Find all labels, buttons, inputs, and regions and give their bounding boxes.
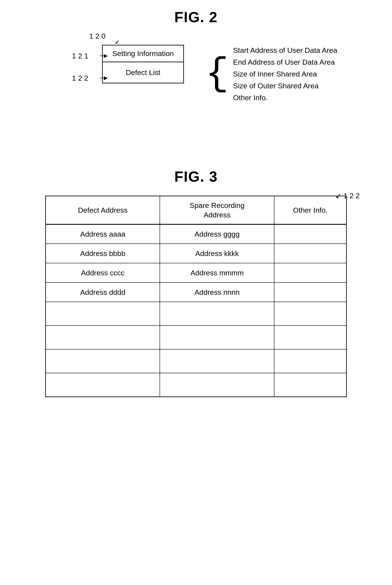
brace-item-2: End Address of User Data Area xyxy=(233,57,337,68)
fig2-section: FIG. 2 1 2 0 ↙ 1 2 1 ─▶ 1 2 2 ─▶ Setting… xyxy=(0,9,392,103)
arrow-121: ─▶ xyxy=(100,52,108,60)
header-other-info: Other Info. xyxy=(274,196,346,225)
arrow-120-symbol: ↙ xyxy=(115,37,119,46)
other-7 xyxy=(274,349,346,373)
spare-address-1: Address gggg xyxy=(160,224,274,244)
table-row xyxy=(46,373,346,397)
table-row xyxy=(46,349,346,373)
table-row: Address cccc Address mmmm xyxy=(46,263,346,282)
brace-section: { Start Address of User Data Area End Ad… xyxy=(206,45,337,103)
brace-items: Start Address of User Data Area End Addr… xyxy=(233,45,337,103)
label-121: 1 2 1 xyxy=(72,52,88,60)
fig3-title: FIG. 3 xyxy=(0,168,392,185)
fig3-content: ↙ 1 2 2 Defect Address Spare Recording A… xyxy=(45,196,347,397)
fig2-diagram: 1 2 0 ↙ 1 2 1 ─▶ 1 2 2 ─▶ Setting Inform… xyxy=(72,38,192,83)
defect-address-4: Address dddd xyxy=(46,282,160,302)
spare-address-8 xyxy=(160,373,274,397)
fig2-title: FIG. 2 xyxy=(0,9,392,26)
table-row: Address bbbb Address kkkk xyxy=(46,244,346,263)
table-row: Address dddd Address nnnn xyxy=(46,282,346,302)
header-spare-recording: Spare Recording Address xyxy=(160,196,274,225)
spare-address-7 xyxy=(160,349,274,373)
header-defect-address: Defect Address xyxy=(46,196,160,225)
arrow-122: ─▶ xyxy=(100,74,108,82)
table-body: Address aaaa Address gggg Address bbbb A… xyxy=(46,224,346,397)
other-3 xyxy=(274,263,346,282)
other-4 xyxy=(274,282,346,302)
brace-item-3: Size of Inner Shared Area xyxy=(233,69,337,80)
label-122b: ↙ 1 2 2 xyxy=(335,191,360,200)
other-5 xyxy=(274,302,346,326)
setting-information-box: Setting Information xyxy=(103,46,183,62)
defect-address-2: Address bbbb xyxy=(46,244,160,263)
other-2 xyxy=(274,244,346,263)
other-1 xyxy=(274,224,346,244)
spare-address-2: Address kkkk xyxy=(160,244,274,263)
label-122: 1 2 2 xyxy=(72,74,88,82)
spare-address-5 xyxy=(160,302,274,326)
other-6 xyxy=(274,326,346,349)
spare-address-3: Address mmmm xyxy=(160,263,274,282)
table-row: Address aaaa Address gggg xyxy=(46,224,346,244)
defect-address-8 xyxy=(46,373,160,397)
table-row xyxy=(46,302,346,326)
brace-item-4: Size of Outer Shared Area xyxy=(233,80,337,91)
brace-item-5: Other Info. xyxy=(233,92,337,103)
fig2-box: Setting Information Defect List xyxy=(102,45,184,83)
left-brace: { xyxy=(206,55,229,94)
defect-address-5 xyxy=(46,302,160,326)
table-header: Defect Address Spare Recording Address O… xyxy=(46,196,346,225)
label-120: 1 2 0 xyxy=(89,32,106,40)
fig2-content: 1 2 0 ↙ 1 2 1 ─▶ 1 2 2 ─▶ Setting Inform… xyxy=(0,38,392,103)
spare-address-4: Address nnnn xyxy=(160,282,274,302)
table-row xyxy=(46,326,346,349)
arrow-122b-symbol: ↙ xyxy=(335,192,343,200)
defect-address-1: Address aaaa xyxy=(46,224,160,244)
defect-address-7 xyxy=(46,349,160,373)
defect-address-3: Address cccc xyxy=(46,263,160,282)
fig3-section: FIG. 3 ↙ 1 2 2 Defect Address Spare Reco… xyxy=(0,168,392,397)
spare-address-6 xyxy=(160,326,274,349)
header-row: Defect Address Spare Recording Address O… xyxy=(46,196,346,225)
defect-list-table: Defect Address Spare Recording Address O… xyxy=(45,196,347,397)
brace-item-1: Start Address of User Data Area xyxy=(233,45,337,56)
defect-list-box: Defect List xyxy=(103,62,183,83)
other-8 xyxy=(274,373,346,397)
defect-address-6 xyxy=(46,326,160,349)
